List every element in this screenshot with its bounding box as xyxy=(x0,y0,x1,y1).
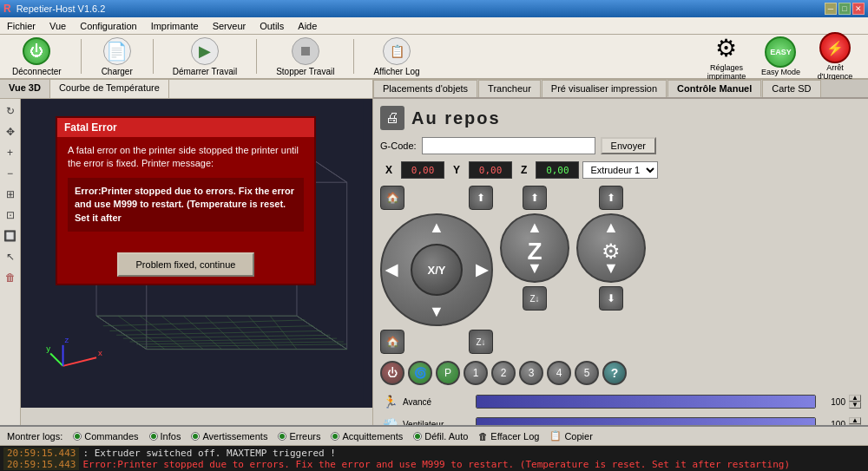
tab-vue3d[interactable]: Vue 3D xyxy=(0,80,50,98)
home-z-up-button[interactable]: ⬆ xyxy=(469,186,493,210)
menu-imprimante[interactable]: Imprimante xyxy=(148,19,202,33)
extruder-down-button[interactable]: ⬇ xyxy=(599,286,623,311)
z-indicator-button[interactable]: Z↓ xyxy=(469,330,493,354)
num4-button[interactable]: 4 xyxy=(547,361,571,385)
maximize-btn[interactable]: □ xyxy=(838,3,851,15)
view-side-tool[interactable]: 🔲 xyxy=(2,227,19,245)
filter-avertissements[interactable]: Avertissements xyxy=(191,431,267,442)
filter-defil-auto[interactable]: Défil. Auto xyxy=(413,431,468,442)
y-minus-button[interactable]: ▼ xyxy=(429,303,444,321)
filter-avert-radio[interactable] xyxy=(191,432,200,441)
tab-courbe-temp[interactable]: Courbe de Température xyxy=(50,80,169,98)
ventilateur-slider-row: 💨 Ventilateur 100 ▲ ▼ xyxy=(380,415,861,425)
error-description: A fatal error on the printer side stoppe… xyxy=(68,145,299,168)
avance-label: Avancé xyxy=(403,397,472,407)
avance-slider-track[interactable] xyxy=(476,395,816,409)
emergency-button[interactable]: ⚡ Arrêt d'Urgence xyxy=(809,32,861,81)
gcode-send-button[interactable]: Envoyer xyxy=(601,137,656,154)
disconnect-button[interactable]: ⏻ Déconnecter xyxy=(7,36,67,78)
view-rotate-tool[interactable]: ↻ xyxy=(2,102,19,120)
extruder-ring: ▲ ⚙ ▼ xyxy=(576,213,646,283)
charge-button[interactable]: 📄 Charger xyxy=(95,36,139,78)
gcode-label: G-Code: xyxy=(380,141,417,151)
view-delete-tool[interactable]: 🗑 xyxy=(2,269,19,286)
power-button[interactable]: ⏻ xyxy=(380,361,404,385)
z-minus-button[interactable]: ▼ xyxy=(527,259,542,278)
menu-outils[interactable]: Outils xyxy=(256,19,287,33)
z-bottom-home-button[interactable]: Z↓ xyxy=(523,286,547,311)
ventilateur-down-btn[interactable]: ▼ xyxy=(849,424,861,425)
z-home-button[interactable]: ⬆ xyxy=(523,186,547,210)
menu-aide[interactable]: Aide xyxy=(294,19,320,33)
filter-commandes-radio[interactable] xyxy=(73,432,82,441)
filter-infos[interactable]: Infos xyxy=(149,431,181,442)
view-front-tool[interactable]: ⊡ xyxy=(2,206,19,224)
menu-vue[interactable]: Vue xyxy=(46,19,69,33)
home-xy-button[interactable]: 🏠 xyxy=(380,186,404,210)
filter-erreurs[interactable]: Erreurs xyxy=(278,431,320,442)
view-fit-tool[interactable]: ⊞ xyxy=(2,186,19,203)
filter-commandes[interactable]: Commandes xyxy=(73,431,138,442)
view-zoom-in-tool[interactable]: + xyxy=(2,144,19,161)
settings-button[interactable]: ⚙ Réglages imprimante xyxy=(700,32,753,81)
app-title: Repetier-Host V1.6.2 xyxy=(16,3,106,14)
preheat-button[interactable]: P xyxy=(436,361,460,385)
num5-button[interactable]: 5 xyxy=(575,361,599,385)
filter-acquittements[interactable]: Acquittements xyxy=(331,431,403,442)
menu-serveur[interactable]: Serveur xyxy=(209,19,250,33)
num3-button[interactable]: 3 xyxy=(519,361,543,385)
log-button[interactable]: 📋 Afficher Log xyxy=(368,36,424,78)
view-move-tool[interactable]: ✥ xyxy=(2,123,19,141)
stop-button[interactable]: ⏹ Stopper Travail xyxy=(271,36,339,78)
tab-trancheur[interactable]: Trancheur xyxy=(478,80,541,97)
avance-down-btn[interactable]: ▼ xyxy=(849,402,861,409)
tab-placements[interactable]: Placements d'objets xyxy=(373,80,477,97)
help-button[interactable]: ? xyxy=(602,361,627,385)
gcode-input[interactable] xyxy=(422,137,595,154)
charge-icon: 📄 xyxy=(103,37,131,65)
fan-button[interactable]: 🌀 xyxy=(408,361,432,385)
minimize-btn[interactable]: ─ xyxy=(825,3,837,15)
close-btn[interactable]: ✕ xyxy=(852,3,865,15)
tab-carte-sd[interactable]: Carte SD xyxy=(762,80,820,97)
ventilateur-spinner: ▲ ▼ xyxy=(849,417,861,425)
menu-configuration[interactable]: Configuration xyxy=(76,19,140,33)
xy-ring: ▲ ▼ ◀ ▶ X/Y xyxy=(380,213,493,326)
copy-log-button[interactable]: 📋 Copier xyxy=(549,430,592,442)
ventilateur-slider-track[interactable] xyxy=(476,417,816,425)
menu-fichier[interactable]: Fichier xyxy=(3,19,39,33)
extruder-select[interactable]: Extrudeur 1 xyxy=(582,161,658,179)
view-toolbar: ↻ ✥ + − ⊞ ⊡ 🔲 ↖ 🗑 xyxy=(0,99,21,425)
toolbar-sep-1 xyxy=(81,39,82,74)
extruder-up-button[interactable]: ⬆ xyxy=(599,186,623,210)
easy-mode-button[interactable]: EASY Easy Mode xyxy=(761,36,800,76)
start-button[interactable]: ▶ Démarrer Travail xyxy=(168,36,242,78)
x-plus-button[interactable]: ▶ xyxy=(476,260,488,279)
num1-button[interactable]: 1 xyxy=(464,361,488,385)
filter-defil-radio[interactable] xyxy=(413,432,422,441)
gcode-row: G-Code: Envoyer xyxy=(380,137,861,154)
home-bottom-left-button[interactable]: 🏠 xyxy=(380,330,404,354)
status-header: 🖨 Au repos xyxy=(380,106,861,130)
tab-pre-visualiser[interactable]: Pré visualiser impression xyxy=(542,80,667,97)
filter-infos-radio[interactable] xyxy=(149,432,158,441)
log-toolbar: Montrer logs: Commandes Infos Avertissem… xyxy=(0,427,868,446)
x-minus-button[interactable]: ◀ xyxy=(385,260,398,279)
y-plus-button[interactable]: ▲ xyxy=(429,219,444,237)
xy-center-button[interactable]: X/Y xyxy=(411,244,463,296)
view-select-tool[interactable]: ↖ xyxy=(2,248,19,265)
filter-acquit-radio[interactable] xyxy=(331,432,339,441)
disconnect-icon: ⏻ xyxy=(23,37,50,65)
svg-text:x: x xyxy=(98,348,102,357)
z-axis-label: Z xyxy=(516,162,532,178)
z-plus-button[interactable]: ▲ xyxy=(527,219,542,237)
function-buttons: ⏻ 🌀 P 1 2 3 4 5 ? xyxy=(380,361,861,385)
printer-icon: 🖨 xyxy=(380,106,404,130)
tab-controle-manuel[interactable]: Contrôle Manuel xyxy=(667,80,761,97)
num2-button[interactable]: 2 xyxy=(491,361,516,385)
problem-fixed-button[interactable]: Problem fixed, continue xyxy=(117,252,255,277)
clear-log-button[interactable]: 🗑 Effacer Log xyxy=(478,431,539,442)
filter-erreurs-radio[interactable] xyxy=(278,432,286,441)
xy-top-homes: 🏠 ⬆ xyxy=(380,186,493,210)
view-zoom-out-tool[interactable]: − xyxy=(2,165,19,182)
